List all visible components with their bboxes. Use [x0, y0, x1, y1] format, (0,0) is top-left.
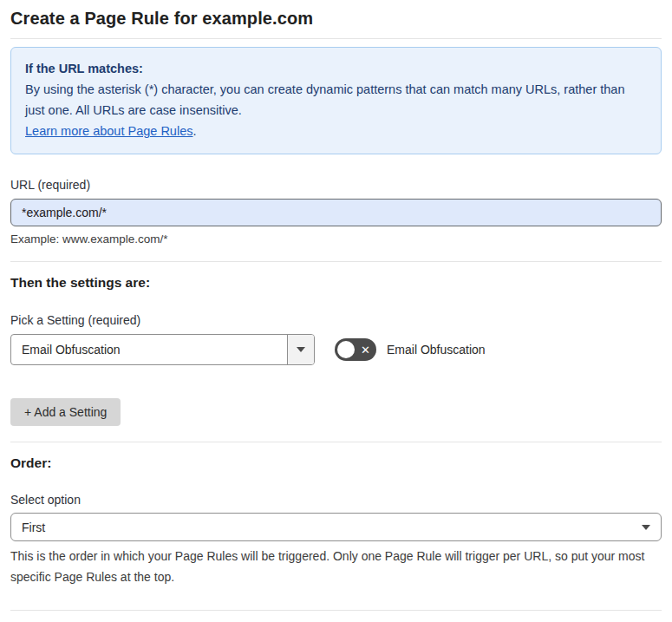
email-obfuscation-toggle[interactable]: ✕: [335, 338, 376, 361]
toggle-knob: [337, 341, 355, 358]
setting-select-value: Email Obfuscation: [11, 343, 121, 357]
settings-section-divider: [10, 261, 662, 262]
settings-heading: Then the settings are:: [10, 275, 662, 291]
title-divider: [10, 38, 662, 39]
page-title: Create a Page Rule for example.com: [10, 0, 662, 29]
order-select[interactable]: First: [10, 513, 662, 541]
order-select-value: First: [22, 521, 45, 534]
setting-select-arrow-button[interactable]: [287, 335, 314, 364]
chevron-down-icon: [642, 525, 650, 530]
order-helper-text: This is the order in which your Page Rul…: [10, 546, 652, 587]
order-select-label: Select option: [10, 493, 662, 507]
info-box-heading: If the URL matches:: [25, 58, 647, 79]
chevron-down-icon: [297, 347, 305, 352]
url-field-label: URL (required): [10, 178, 662, 192]
setting-row: Email Obfuscation ✕ Email Obfuscation: [10, 334, 662, 365]
link-period: .: [192, 124, 196, 138]
pick-setting-label: Pick a Setting (required): [10, 313, 662, 327]
order-heading: Order:: [10, 455, 662, 471]
url-input[interactable]: [10, 199, 662, 226]
order-section-divider: [10, 442, 662, 442]
toggle-off-x-icon: ✕: [361, 344, 370, 356]
learn-more-link[interactable]: Learn more about Page Rules: [25, 124, 192, 138]
url-match-info-box: If the URL matches: By using the asteris…: [10, 47, 662, 154]
url-example-helper: Example: www.example.com/*: [10, 232, 662, 246]
toggle-label: Email Obfuscation: [387, 343, 486, 357]
setting-select[interactable]: Email Obfuscation: [10, 334, 315, 365]
add-setting-button[interactable]: + Add a Setting: [10, 398, 121, 426]
info-box-link-line: Learn more about Page Rules.: [25, 121, 647, 141]
info-box-body: By using the asterisk (*) character, you…: [25, 79, 647, 121]
create-page-rule-form: Create a Page Rule for example.com If th…: [0, 0, 672, 622]
footer-divider: [10, 610, 662, 611]
